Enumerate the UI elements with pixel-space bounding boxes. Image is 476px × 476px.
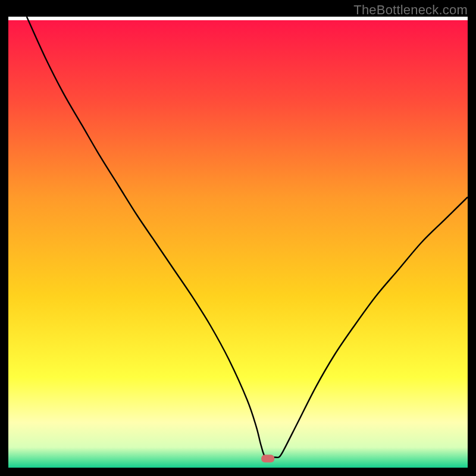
bottleneck-chart: [8, 17, 468, 468]
gradient-background: [8, 17, 468, 468]
watermark-text: TheBottleneck.com: [353, 2, 468, 18]
optimal-marker: [261, 455, 274, 462]
chart-frame: [8, 17, 468, 468]
top-white-strip: [8, 17, 468, 20]
